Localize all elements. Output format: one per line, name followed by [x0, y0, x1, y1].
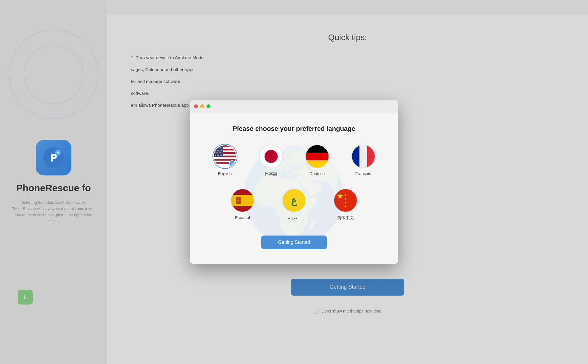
- app-icon: ᴩ +: [36, 140, 71, 175]
- flag-ja: [259, 145, 283, 168]
- lang-option-fr[interactable]: Français: [343, 145, 383, 177]
- language-modal: 🌍 Please choose your preferred language: [190, 100, 398, 264]
- lang-option-zh[interactable]: ★ ★ ★ ★ ★ 简体中文: [323, 189, 368, 221]
- modal-traffic-lights: [194, 104, 210, 108]
- lang-de-label: Deutsch: [309, 171, 325, 176]
- modal-title: Please choose your preferred language: [205, 125, 383, 133]
- language-grid-row1: ★★★★★★ ★★★★★ ★★★★★★ ★★★★★ English 日本語: [205, 145, 383, 177]
- lang-option-de[interactable]: Deutsch: [297, 145, 337, 177]
- flag-es: ⚜: [231, 189, 254, 212]
- modal-body: 🌍 Please choose your preferred language: [190, 113, 398, 264]
- modal-close-button[interactable]: [194, 104, 198, 108]
- lang-ar-label: العربية: [288, 215, 300, 220]
- lang-ja-label: 日本語: [265, 171, 277, 177]
- flag-de: [305, 145, 329, 168]
- getting-started-button[interactable]: Getting Started: [261, 236, 327, 249]
- flag-zh: ★ ★ ★ ★ ★: [334, 189, 357, 212]
- lang-option-en[interactable]: ★★★★★★ ★★★★★ ★★★★★★ ★★★★★ English: [205, 145, 245, 177]
- flag-ar: ع: [282, 189, 306, 212]
- lang-es-label: Español: [235, 215, 250, 220]
- modal-maximize-button[interactable]: [207, 104, 210, 108]
- bg-app-title: PhoneRescue fo: [16, 183, 91, 194]
- lang-en-label: English: [218, 171, 232, 176]
- lang-fr-label: Français: [355, 171, 371, 176]
- flag-fr: [351, 145, 375, 168]
- modal-titlebar: [190, 100, 398, 113]
- flag-en: ★★★★★★ ★★★★★ ★★★★★★ ★★★★★: [213, 145, 237, 168]
- flag-ar-text: ع: [291, 195, 297, 206]
- lang-option-ar[interactable]: ع العربية: [271, 189, 317, 221]
- modal-minimize-button[interactable]: [200, 104, 204, 108]
- lang-en-selected-badge: [229, 160, 235, 167]
- lang-option-es[interactable]: ⚜ Español: [220, 189, 265, 221]
- app-icon-svg: ᴩ +: [43, 147, 64, 168]
- flag-en-canton: ★★★★★★ ★★★★★ ★★★★★★ ★★★★★: [214, 145, 223, 157]
- lang-zh-label: 简体中文: [337, 215, 354, 221]
- language-grid-row2: ⚜ Español ع العربية ★ ★ ★: [205, 189, 383, 221]
- lang-option-ja[interactable]: 日本語: [251, 145, 291, 177]
- bg-app-desc: Suffering from data loss? Don’t worry. P…: [9, 200, 98, 224]
- svg-text:+: +: [57, 150, 59, 155]
